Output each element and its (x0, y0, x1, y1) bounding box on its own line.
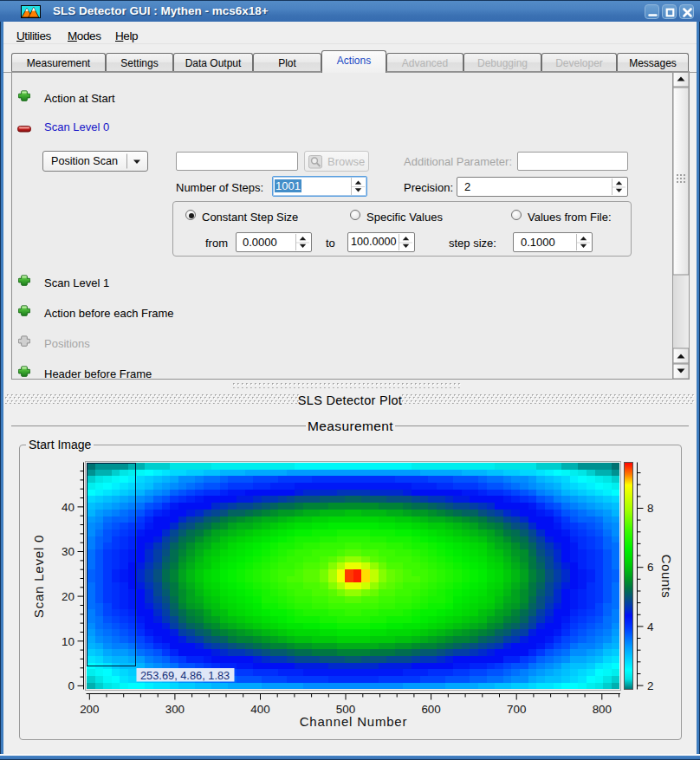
svg-text:20: 20 (62, 590, 75, 603)
svg-text:Scan Level 0: Scan Level 0 (31, 535, 46, 618)
svg-text:Channel Number: Channel Number (300, 714, 408, 729)
svg-text:253.69, 4.86, 1.83: 253.69, 4.86, 1.83 (140, 669, 230, 682)
svg-text:Counts: Counts (659, 555, 674, 599)
svg-text:10: 10 (62, 635, 75, 648)
svg-text:600: 600 (421, 703, 440, 716)
svg-text:2: 2 (647, 679, 653, 692)
svg-text:400: 400 (250, 703, 269, 716)
svg-text:800: 800 (593, 703, 612, 716)
svg-text:0: 0 (68, 679, 75, 692)
svg-text:300: 300 (165, 703, 185, 716)
svg-text:40: 40 (62, 501, 75, 514)
svg-text:200: 200 (80, 703, 99, 716)
svg-text:30: 30 (62, 545, 75, 558)
svg-text:8: 8 (647, 502, 653, 515)
svg-text:6: 6 (647, 561, 653, 574)
svg-text:4: 4 (647, 620, 654, 633)
svg-text:700: 700 (507, 703, 526, 716)
